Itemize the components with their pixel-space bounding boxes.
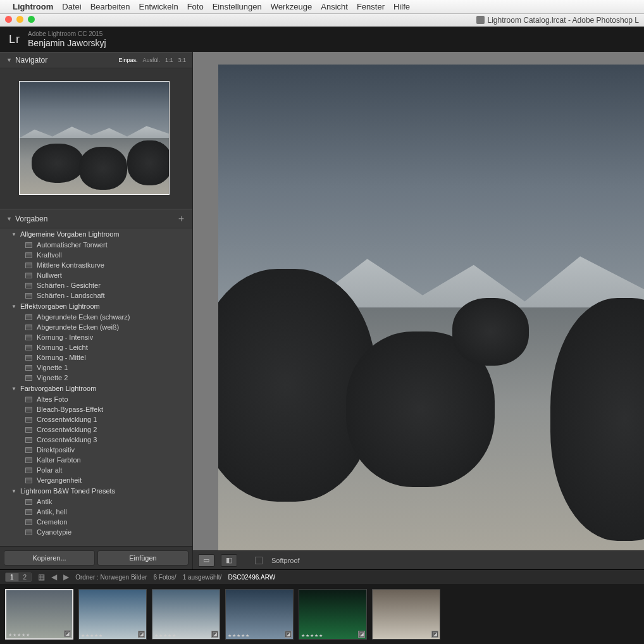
preset-folder[interactable]: ▼Allgemeine Vorgaben Lightroom [0,228,192,240]
minimize-icon[interactable] [16,16,23,23]
preset-folder-label: Allgemeine Vorgaben Lightroom [20,230,120,238]
preset-item[interactable]: Direktpositiv [0,445,192,455]
chevron-down-icon: ▼ [6,57,12,63]
preset-item[interactable]: Cyanotypie [0,527,192,537]
screen-segment[interactable]: 1 2 [5,573,32,582]
forward-icon[interactable]: ▶ [63,573,69,581]
copy-button[interactable]: Kopieren... [4,550,95,566]
nav-fit[interactable]: Einpas. [118,57,137,63]
preset-folder[interactable]: ▼Farbvorgaben Lightroom [0,383,192,394]
preset-item[interactable]: Crossentwicklung 3 [0,435,192,445]
preset-item[interactable]: Crossentwicklung 2 [0,424,192,435]
zoom-icon[interactable] [28,16,35,23]
preset-item[interactable]: Kraftvoll [0,250,192,260]
filmstrip-bar: 1 2 ▦ ◀ ▶ Ordner : Norwegen Bilder 6 Fot… [0,570,644,584]
menu-app[interactable]: Lightroom [13,2,53,11]
preset-item[interactable]: Vignette 1 [0,362,192,373]
preset-item[interactable]: Vergangenheit [0,475,192,485]
preset-item[interactable]: Körnung - Leicht [0,342,192,352]
nav-3to1[interactable]: 3:1 [178,57,186,63]
develop-toolbar: ▭ ◧ Softproof [193,550,644,569]
preset-icon [25,355,32,361]
preset-item[interactable]: Crossentwicklung 1 [0,414,192,424]
paste-button[interactable]: Einfügen [97,550,189,566]
menu-window[interactable]: Fenster [357,2,385,11]
back-icon[interactable]: ◀ [51,573,57,581]
preset-item[interactable]: Antik [0,497,192,507]
menu-help[interactable]: Hilfe [393,2,410,11]
preset-item[interactable]: Nullwert [0,270,192,280]
thumb-badge-icon: ◪ [285,631,292,638]
preset-label: Altes Foto [37,395,68,403]
softproof-checkbox[interactable] [255,557,263,564]
preset-icon [25,417,32,423]
navigator-thumbnail[interactable] [19,81,170,195]
menu-tools[interactable]: Werkzeuge [271,2,313,11]
preset-item[interactable]: Kalter Farbton [0,455,192,465]
window-title: Lightroom Catalog.lrcat - Adobe Photosho… [488,16,639,25]
filmstrip: 1 2 ▦ ◀ ▶ Ordner : Norwegen Bilder 6 Fot… [0,569,644,644]
preset-item[interactable]: Schärfen - Gesichter [0,280,192,290]
rating-stars: ★★★★★ [8,633,30,638]
preset-icon [25,519,32,525]
menu-edit[interactable]: Bearbeiten [90,2,130,11]
current-filename: DSC02496.ARW [228,574,275,581]
preset-item[interactable]: Vignette 2 [0,373,192,383]
preset-icon [25,314,32,320]
compare-view-button[interactable]: ◧ [221,554,237,567]
preset-label: Schärfen - Landschaft [37,292,105,299]
preset-item[interactable]: Abgerundete Ecken (schwarz) [0,312,192,322]
traffic-lights [5,16,35,23]
left-panel: ▼Navigator Einpas. Ausfül. 1:1 3:1 ▼Vorg… [0,52,193,569]
screen-2[interactable]: 2 [19,573,32,581]
screen-1[interactable]: 1 [6,573,19,581]
thumb-badge-icon: ◪ [211,631,218,638]
preset-item[interactable]: Automatischer Tonwert [0,240,192,250]
presets-header[interactable]: ▼Vorgaben ＋ [0,209,192,228]
preset-label: Schärfen - Gesichter [37,282,101,289]
menu-develop[interactable]: Entwickeln [139,2,178,11]
preset-item[interactable]: Altes Foto [0,394,192,404]
filmstrip-thumb[interactable]: ★★★★★◪ [5,589,73,640]
filmstrip-thumbs[interactable]: ★★★★★◪★★★★★◪★★★★★◪★★★★★◪★★★★★◪◪ [0,584,644,644]
preset-item[interactable]: Antik, hell [0,507,192,517]
chevron-down-icon: ▼ [11,232,16,237]
folder-path[interactable]: Ordner : Norwegen Bilder [75,574,147,581]
navigator-preview[interactable] [0,68,192,209]
menu-view[interactable]: Ansicht [321,2,348,11]
menu-settings[interactable]: Einstellungen [213,2,262,11]
preset-icon [25,478,32,483]
nav-1to1[interactable]: 1:1 [165,57,173,63]
filmstrip-thumb[interactable]: ★★★★★◪ [299,589,367,640]
filmstrip-thumb[interactable]: ★★★★★◪ [152,589,220,640]
loupe-view-button[interactable]: ▭ [198,554,214,567]
close-icon[interactable] [5,16,12,23]
thumb-badge-icon: ◪ [64,630,71,637]
preset-item[interactable]: Abgerundete Ecken (weiß) [0,322,192,332]
filmstrip-thumb[interactable]: ◪ [372,589,440,640]
grid-icon[interactable]: ▦ [38,573,45,581]
main-image[interactable] [218,65,644,550]
preset-folder[interactable]: ▼Effektvorgaben Lightroom [0,300,192,312]
add-preset-icon[interactable]: ＋ [176,213,186,225]
filmstrip-thumb[interactable]: ★★★★★◪ [225,589,294,640]
preset-item[interactable]: Körnung - Mittel [0,352,192,362]
menu-file[interactable]: Datei [62,2,81,11]
navigator-header[interactable]: ▼Navigator Einpas. Ausfül. 1:1 3:1 [0,52,192,68]
preset-label: Mittlere Kontrastkurve [37,261,104,269]
nav-fill[interactable]: Ausfül. [142,57,160,63]
preset-item[interactable]: Polar alt [0,465,192,475]
preset-item[interactable]: Schärfen - Landschaft [0,290,192,300]
preset-item[interactable]: Mittlere Kontrastkurve [0,260,192,270]
preset-label: Crossentwicklung 1 [37,416,97,423]
preset-label: Körnung - Leicht [37,344,88,351]
preset-item[interactable]: Körnung - Intensiv [0,332,192,342]
preset-item[interactable]: Bleach-Bypass-Effekt [0,404,192,414]
preset-item[interactable]: Cremeton [0,517,192,527]
menu-photo[interactable]: Foto [187,2,204,11]
preset-label: Kalter Farbton [37,456,81,464]
image-viewport[interactable] [193,52,644,550]
filmstrip-thumb[interactable]: ★★★★★◪ [78,589,147,640]
preset-folder[interactable]: ▼Lightroom B&W Toned Presets [0,485,192,497]
presets-list[interactable]: ▼Allgemeine Vorgaben LightroomAutomatisc… [0,228,192,546]
